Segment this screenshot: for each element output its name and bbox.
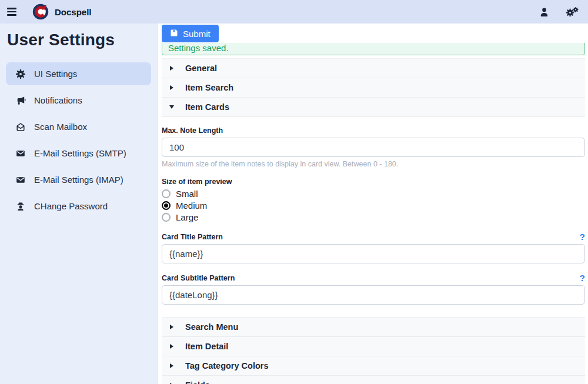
radio-option-large[interactable]: Large (162, 211, 585, 223)
gear-icon (15, 69, 26, 79)
help-question-icon[interactable]: ? (580, 273, 585, 282)
item-cards-form: Max. Note Length Maximum size of the ite… (162, 117, 585, 305)
hamburger-menu-icon[interactable] (7, 8, 16, 15)
section-item-search[interactable]: Item Search (162, 78, 585, 98)
section-label: General (185, 64, 217, 73)
sidebar-item-label: UI Settings (34, 69, 77, 79)
bullhorn-icon (15, 96, 26, 105)
docspell-logo-icon (32, 4, 49, 20)
envelope-icon (15, 149, 26, 158)
sidebar-item-ui-settings[interactable]: UI Settings (6, 62, 151, 85)
radio-control-medium-checked[interactable] (162, 201, 171, 210)
max-note-length-input[interactable] (162, 138, 585, 157)
card-subtitle-pattern-input[interactable] (162, 285, 585, 305)
radio-label: Small (176, 189, 198, 199)
user-account-icon[interactable] (539, 7, 549, 17)
section-item-cards[interactable]: Item Cards (162, 98, 585, 117)
card-subtitle-pattern-label: Card Subtitle Pattern (162, 274, 235, 282)
settings-content: Submit Settings saved. General Item Sear… (158, 24, 588, 384)
max-note-length-group: Max. Note Length Maximum size of the ite… (162, 126, 585, 168)
brand-title: Docspell (55, 7, 92, 17)
radio-label: Medium (176, 201, 207, 211)
sidebar-item-email-smtp[interactable]: E-Mail Settings (SMTP) (6, 142, 151, 165)
submit-button[interactable]: Submit (162, 25, 219, 42)
help-question-icon[interactable]: ? (580, 232, 585, 241)
alert-text: Settings saved. (168, 43, 229, 53)
section-label: Item Search (185, 83, 233, 92)
user-secret-icon (15, 202, 26, 211)
sidebar-item-change-password[interactable]: CHange Password (6, 195, 151, 218)
chevron-down-icon (169, 105, 174, 109)
radio-control-small[interactable] (162, 189, 171, 198)
section-search-menu[interactable]: Search Menu (162, 318, 585, 337)
chevron-right-icon (169, 344, 174, 349)
section-item-detail[interactable]: Item Detail (162, 337, 585, 356)
chevron-right-icon (169, 66, 174, 71)
top-navbar: Docspell (0, 0, 588, 24)
accordion-bottom: Search Menu Item Detail Tag Category Col… (162, 317, 585, 384)
save-icon (170, 29, 178, 39)
section-label: Item Cards (185, 102, 229, 112)
envelope-open-icon (15, 122, 26, 132)
sidebar-item-label: CHange Password (34, 201, 108, 211)
submit-button-label: Submit (183, 29, 211, 39)
sidebar-item-scan-mailbox[interactable]: Scan Mailbox (6, 115, 151, 138)
chevron-right-icon (169, 325, 174, 329)
card-title-pattern-input[interactable] (162, 244, 585, 263)
section-label: Tag Category Colors (185, 361, 269, 370)
preview-size-label: Size of item preview (162, 178, 585, 186)
page-title: User Settings (7, 31, 157, 49)
sidebar-item-label: E-Mail Settings (SMTP) (34, 148, 126, 158)
card-title-pattern-group: Card Title Pattern ? (162, 232, 585, 263)
section-label: Fields (185, 380, 210, 384)
radio-control-large[interactable] (162, 213, 171, 222)
section-fields[interactable]: Fields (162, 376, 585, 384)
sidebar-item-email-imap[interactable]: E-Mail Settings (IMAP) (6, 168, 151, 191)
card-subtitle-pattern-group: Card Subtitle Pattern ? (162, 273, 585, 305)
section-general[interactable]: General (162, 59, 585, 78)
sidebar-item-label: Scan Mailbox (34, 122, 87, 132)
card-title-pattern-label: Card Title Pattern (162, 233, 223, 241)
chevron-right-icon (169, 85, 174, 90)
preview-size-group: Size of item preview Small Medium Large (162, 178, 585, 223)
section-tag-category-colors[interactable]: Tag Category Colors (162, 356, 585, 376)
sidebar-item-label: Notifications (34, 95, 82, 105)
radio-option-small[interactable]: Small (162, 188, 585, 199)
chevron-right-icon (169, 363, 174, 368)
accordion-top: General Item Search Item Cards (162, 58, 585, 117)
radio-option-medium[interactable]: Medium (162, 199, 585, 211)
sidebar-item-notifications[interactable]: Notifications (6, 89, 151, 112)
settings-sidebar: User Settings UI Settings (0, 24, 158, 384)
max-note-length-help: Maximum size of the item notes to displa… (162, 160, 585, 168)
radio-label: Large (176, 212, 198, 222)
submit-bar: Submit (162, 24, 585, 43)
max-note-length-label: Max. Note Length (162, 126, 585, 135)
admin-cogs-icon[interactable] (566, 6, 579, 17)
envelope-icon (15, 175, 26, 185)
section-label: Item Detail (185, 342, 228, 351)
sidebar-item-label: E-Mail Settings (IMAP) (34, 175, 123, 185)
section-label: Search Menu (185, 322, 238, 332)
